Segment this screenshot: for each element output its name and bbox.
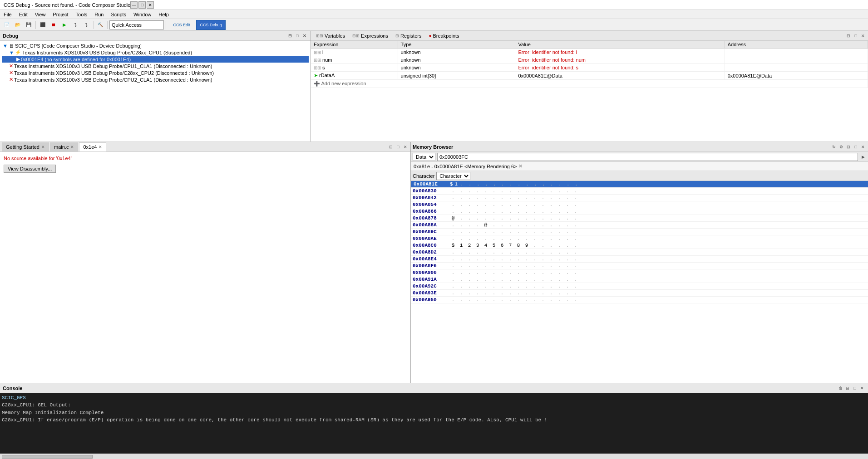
0x1e4-close-icon[interactable]: ✕ (99, 145, 102, 149)
console-maximize-icon[interactable]: □ (852, 385, 858, 391)
vars-minimize-icon[interactable]: ⊟ (845, 33, 852, 39)
tree-cla1[interactable]: ✕ Texas Instruments XDS100v3 USB Debug P… (2, 63, 309, 69)
tree-cpu1[interactable]: ▼ ⚡ Texas Instruments XDS100v3 USB Debug… (2, 49, 309, 56)
mem-cell: . (539, 222, 547, 228)
tb-ccs-edit[interactable]: CCS Edit (168, 20, 195, 30)
tree-cpu2[interactable]: ✕ Texas Instruments XDS100v3 USB Debug P… (2, 69, 309, 76)
memory-row[interactable]: 0x00A8AE ................ (411, 235, 868, 242)
tree-root[interactable]: ▼ 🖥 SCIC_GPS [Code Composer Studio - Dev… (2, 43, 309, 49)
tb-open[interactable]: 📂 (13, 20, 23, 30)
tab-getting-started[interactable]: Getting Started ✕ (2, 142, 49, 151)
memory-row[interactable]: 0x00A81E $ 1 . . . . . . . . . . . . . (411, 181, 868, 188)
editor-close-icon[interactable]: ✕ (402, 144, 409, 150)
tb-save[interactable]: 💾 (24, 20, 34, 30)
debug-minimize-icon[interactable]: ⊟ (287, 33, 293, 39)
table-row[interactable]: ➤ rDataA unsigned int[30] 0x0000A81E@Dat… (311, 72, 868, 80)
memory-row[interactable]: 0x00A88A ....@........... (411, 222, 868, 229)
tb-ccs-debug[interactable]: CCS Debug (196, 20, 226, 30)
memory-row[interactable]: 0x00A878 @............... (411, 215, 868, 222)
memory-refresh-icon[interactable]: ↻ (831, 144, 837, 150)
console-minimize-icon[interactable]: ⊟ (844, 385, 851, 391)
character-select[interactable]: Character (436, 172, 470, 180)
tb-build[interactable]: 🔨 (95, 20, 105, 30)
mem-cell: . (572, 222, 580, 228)
console-close-icon[interactable]: ✕ (859, 385, 865, 391)
tab-0x1e4[interactable]: 0x1e4 ✕ (79, 142, 106, 151)
tb-step[interactable]: ⤵ (70, 20, 80, 30)
table-row[interactable]: ⊞⊞ s unknown Error: identifier not found… (311, 64, 868, 72)
close-button[interactable]: ✕ (147, 1, 154, 9)
menu-help[interactable]: Help (157, 11, 171, 18)
memory-content[interactable]: 0x00A81E $ 1 . . . . . . . . . . . . . (411, 181, 868, 383)
menu-tools[interactable]: Tools (74, 11, 89, 18)
tab-breakpoints[interactable]: ● Breakpoints (425, 32, 462, 39)
memory-row[interactable]: 0x00A89C ................ (411, 229, 868, 235)
console-scrollbar[interactable] (0, 454, 868, 459)
menu-project[interactable]: Project (51, 11, 70, 18)
memory-minimize-icon[interactable]: ⊟ (845, 144, 852, 150)
tb-stop[interactable]: ⏹ (49, 20, 59, 30)
scrollbar-thumb[interactable] (2, 455, 93, 459)
debug-close-icon[interactable]: ✕ (301, 33, 308, 39)
quick-access-input[interactable]: Quick Access (109, 20, 164, 29)
memory-close-icon[interactable]: ✕ (860, 144, 866, 150)
memory-row[interactable]: 0x00A8C0 $123456789...... (411, 242, 868, 249)
mem-cell: . (490, 277, 498, 282)
memory-go-icon[interactable]: ▶ (860, 154, 866, 160)
memory-row[interactable]: 0x00A91A ................ (411, 276, 868, 283)
tab-expressions[interactable]: ⊞⊞ Expressions (349, 32, 391, 39)
memory-row[interactable]: 0x00A92C ................ (411, 283, 868, 290)
tb-new[interactable]: 📄 (2, 20, 12, 30)
tb-debug[interactable]: ⬛ (38, 20, 48, 30)
minimize-button[interactable]: — (130, 1, 138, 9)
table-row[interactable]: ⊞⊞ num unknown Error: identifier not fou… (311, 56, 868, 64)
menu-run[interactable]: Run (93, 11, 105, 18)
tab-registers[interactable]: ⊞ Registers (392, 32, 424, 39)
mem-cell: . (449, 209, 457, 214)
vars-maximize-icon[interactable]: □ (853, 33, 859, 39)
tab-mainc[interactable]: main.c ✕ (50, 142, 78, 151)
breadcrumb-close-icon[interactable]: ✕ (518, 163, 523, 169)
memory-row[interactable]: 0x00A908 ................ (411, 269, 868, 276)
menu-file[interactable]: File (2, 11, 14, 18)
vars-close-icon[interactable]: ✕ (860, 33, 866, 39)
tree-cla2[interactable]: ✕ Texas Instruments XDS100v3 USB Debug P… (2, 76, 309, 83)
view-disassembly-button[interactable]: View Disassembly... (4, 165, 56, 173)
mem-cell: . (555, 290, 563, 296)
mem-cell: . (563, 222, 572, 228)
tb-step-over[interactable]: ⤵ (81, 20, 91, 30)
memory-type-select[interactable]: Data (413, 153, 435, 161)
memory-address-input[interactable] (437, 153, 858, 161)
mem-cell: . (515, 181, 523, 187)
editor-minimize-icon[interactable]: ⊟ (388, 144, 394, 150)
menu-window[interactable]: Window (132, 11, 153, 18)
tree-address[interactable]: ▶ 0x0001E4 (no symbols are defined for 0… (2, 56, 309, 63)
tab-variables[interactable]: ⊞⊞ Variables (313, 32, 348, 39)
memory-maximize-icon[interactable]: □ (853, 144, 859, 150)
memory-row[interactable]: 0x00A854 ................ (411, 201, 868, 208)
console-clear-icon[interactable]: 🗑 (837, 385, 843, 391)
add-expression-label[interactable]: ➕ Add new expression (314, 81, 366, 86)
memory-row[interactable]: 0x00A8F6 ................ (411, 263, 868, 269)
memory-row[interactable]: 0x00A950 ................ (411, 297, 868, 303)
memory-row[interactable]: 0x00A842 ................ (411, 195, 868, 201)
memory-row[interactable]: 0x00A830 ................ (411, 188, 868, 195)
memory-row[interactable]: 0x00A866 ................ (411, 208, 868, 215)
add-expression-row[interactable]: ➕ Add new expression (311, 80, 868, 88)
menu-edit[interactable]: Edit (17, 11, 30, 18)
debug-maximize-icon[interactable]: □ (294, 33, 301, 39)
memory-row[interactable]: 0x00A8E4 ................ (411, 256, 868, 263)
menu-view[interactable]: View (33, 11, 48, 18)
maximize-button[interactable]: □ (138, 1, 146, 9)
table-row[interactable]: ⊞⊞ i unknown Error: identifier not found… (311, 49, 868, 56)
getting-started-close-icon[interactable]: ✕ (41, 145, 45, 149)
mainc-close-icon[interactable]: ✕ (70, 145, 74, 149)
tree-cpu1-label: ⚡ (15, 49, 21, 55)
menu-scripts[interactable]: Scripts (109, 11, 128, 18)
tb-resume[interactable]: ▶ (59, 20, 69, 30)
editor-maximize-icon[interactable]: □ (395, 144, 401, 150)
memory-settings-icon[interactable]: ⚙ (838, 144, 844, 150)
memory-row[interactable]: 0x00A93E ................ (411, 290, 868, 297)
mem-cell: . (547, 249, 555, 255)
memory-row[interactable]: 0x00A8D2 ................ (411, 249, 868, 256)
